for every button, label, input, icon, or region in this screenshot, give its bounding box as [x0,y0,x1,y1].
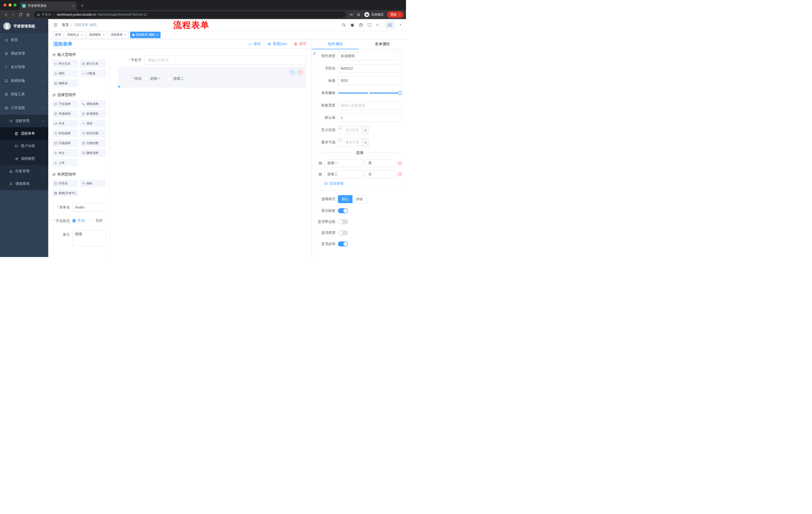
browser-tab[interactable]: 芋道管理系统 × [20,1,77,10]
checkbox-option-2[interactable]: 选项二 [168,77,184,81]
sidebar-item-10[interactable]: 任务管理 [0,165,48,178]
app-logo[interactable]: 芋道管理系统 [0,19,48,33]
update-button[interactable]: 更新 [387,11,404,18]
sidebar-item-7[interactable]: 流程表单 [0,127,48,140]
github-icon[interactable] [350,23,354,27]
hamburger-icon[interactable] [53,23,58,27]
sidebar-item-4[interactable]: 研发工具 [0,87,48,101]
drag-handle-icon[interactable] [318,161,322,165]
increase-button[interactable]: + [362,138,369,146]
form-canvas[interactable]: 手机号 性别 [110,49,312,257]
tag-close-icon[interactable]: × [81,33,83,37]
default-value-input[interactable] [338,113,402,122]
forward-button[interactable] [11,12,16,17]
password-key-icon[interactable] [349,12,353,17]
min-count-value[interactable]: 至少应选 [343,126,362,134]
decrease-button[interactable]: − [338,138,343,142]
title-input[interactable] [338,77,402,85]
remove-option-icon[interactable] [398,172,402,177]
back-button[interactable] [4,12,8,17]
reload-button[interactable] [19,12,23,17]
radio-closed[interactable]: 关闭 [90,218,103,223]
add-option-button[interactable]: 添加选项 [324,181,402,186]
max-count-value[interactable]: 最多可选 [343,138,362,146]
fullscreen-icon[interactable] [367,23,372,27]
canvas-field-gender-selected[interactable]: 性别 选项一 选项二 [118,67,306,87]
tag-3[interactable]: 流程表单× [108,32,128,38]
component-editor[interactable]: 编辑器 [52,79,78,87]
field-name-input[interactable] [338,64,402,73]
component-type-select[interactable]: 多选框组 [338,52,402,60]
component-date[interactable]: 日期选择 [52,139,78,147]
toggle-switch[interactable] [338,208,348,213]
component-input[interactable]: 单行文本 [52,60,78,67]
traffic-light-close[interactable] [3,3,6,6]
avatar[interactable] [385,22,395,28]
toggle-switch[interactable] [338,241,348,246]
component-button[interactable]: 按钮 [80,180,106,187]
grid-slider[interactable] [338,89,402,97]
tag-close-icon[interactable]: × [124,33,126,37]
sidebar-item-0[interactable]: 首页 [0,33,48,47]
component-time-range[interactable]: 时间范围 [80,130,106,137]
caret-down-icon[interactable] [399,23,402,26]
tab-component-props[interactable]: 组件属性 [312,39,359,49]
sidebar-item-8[interactable]: 用户分组 [0,140,48,153]
decrease-button[interactable]: − [338,126,343,130]
sidebar-item-6[interactable]: 流程管理 [0,115,48,127]
drag-handle-icon[interactable] [318,172,322,176]
component-switch[interactable]: 开关 [52,120,78,127]
delete-field-button[interactable] [297,70,303,75]
component-rate[interactable]: 评分 [52,149,78,157]
option-label-input[interactable] [324,159,364,167]
tag-1[interactable]: 流程定义× [65,32,85,38]
slider-track[interactable] [338,92,400,93]
component-checkbox[interactable]: 多选框组 [80,110,106,117]
canvas-field-phone[interactable]: 手机号 [118,55,306,65]
checkbox-icon[interactable] [168,77,171,80]
component-table[interactable]: 表格[开发中] [52,189,78,197]
option-value-input[interactable] [366,170,396,178]
component-textarea[interactable]: 多行文本 [80,60,106,67]
component-color[interactable]: 颜色选择 [80,149,106,157]
component-slider[interactable]: 滑块 [80,120,106,127]
sidebar-item-9[interactable]: 流程模型 [0,153,48,165]
component-cascader[interactable]: 级联选择 [80,100,106,108]
tab-close-icon[interactable]: × [72,4,75,8]
bookmark-star-icon[interactable] [356,12,360,17]
component-upload[interactable]: 上传 [52,159,78,166]
component-lock[interactable]: 密码 [52,70,78,77]
form-name-input[interactable] [72,203,106,212]
option-style-1[interactable]: 按钮 [352,195,367,203]
slider-handle[interactable] [398,91,402,95]
tag-2[interactable]: 流程模型× [87,32,107,38]
traffic-light-zoom[interactable] [13,3,17,6]
radio-open[interactable]: 开启 [72,218,85,223]
search-icon[interactable] [342,23,346,27]
option-value-input[interactable] [366,159,396,167]
home-button[interactable] [26,12,30,17]
component-counter[interactable]: 123计数器 [80,70,106,77]
component-radio[interactable]: 单选框组 [52,110,78,117]
copy-field-button[interactable] [290,70,295,75]
save-button[interactable]: 保存 [248,42,261,46]
help-icon[interactable] [359,23,363,27]
remark-textarea[interactable]: 嘿嘿 [72,230,106,246]
phone-input[interactable] [144,55,306,65]
option-label-input[interactable] [324,170,364,178]
menu-dots-icon[interactable] [398,13,402,16]
tag-4[interactable]: 流程表单-编辑× [130,32,161,38]
option-style-0[interactable]: 默认 [338,195,352,203]
url-bar[interactable]: 不安全 dashboard.yudao.iocoder.cn /bpm/mana… [34,11,346,18]
sidebar-item-3[interactable]: 基础设施 [0,74,48,87]
sidebar-item-1[interactable]: 系统管理 [0,47,48,60]
checkbox-option-1[interactable]: 选项一 [144,77,161,81]
sidebar-item-2[interactable]: ¥支付管理 [0,60,48,74]
breadcrumb-home[interactable]: 首页 [62,23,69,27]
font-size-icon[interactable]: TT [376,23,380,27]
tag-close-icon[interactable]: × [156,33,158,37]
sidebar-item-11[interactable]: 请假查询 [0,178,48,190]
tag-close-icon[interactable]: × [103,33,105,37]
component-time[interactable]: 时间选择 [52,130,78,137]
increase-button[interactable]: + [362,126,369,134]
